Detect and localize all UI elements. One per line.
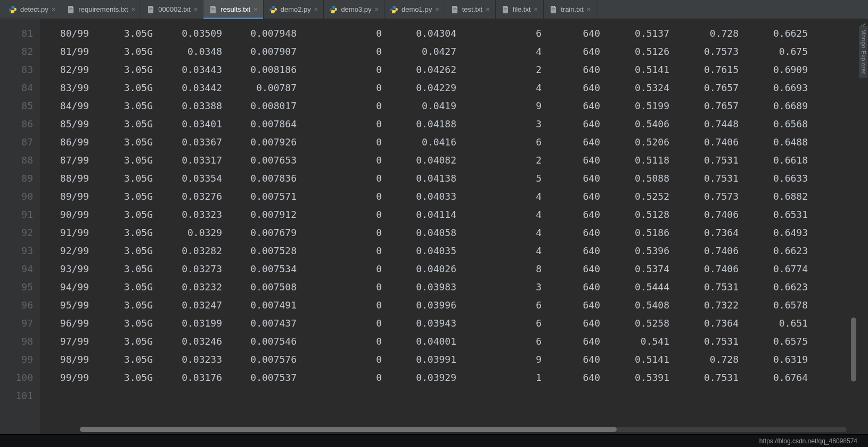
close-icon[interactable]: × — [587, 6, 591, 13]
close-icon[interactable]: × — [52, 6, 56, 13]
cell: 3.05G — [99, 188, 162, 206]
cell: 0.7406 — [679, 133, 748, 151]
horizontal-scrollbar[interactable] — [80, 427, 847, 432]
cell: 0.04035 — [391, 242, 466, 260]
cell: 3.05G — [99, 351, 162, 369]
cell: 0.5186 — [610, 224, 679, 242]
cell: 0.04188 — [391, 115, 466, 133]
tab-results-txt[interactable]: results.txt× — [203, 0, 263, 19]
close-icon[interactable]: × — [194, 6, 198, 13]
close-icon[interactable]: × — [253, 6, 258, 13]
svg-rect-9 — [453, 9, 456, 9]
cell: 3 — [466, 115, 551, 133]
cell: 6 — [466, 133, 551, 151]
line-number: 101 — [0, 387, 33, 405]
python-file-icon — [9, 5, 17, 14]
cell: 0.007534 — [232, 260, 306, 278]
text-row: 92/993.05G0.032820.00752800.0403546400.5… — [40, 242, 868, 260]
cell: 81/99 — [40, 43, 99, 61]
cell: 90/99 — [40, 206, 99, 224]
line-number: 92 — [0, 224, 33, 242]
tab-label: requirements.txt — [78, 5, 128, 13]
cell: 0.03388 — [162, 97, 232, 115]
status-bar: https://blog.csdn.net/qq_46098574 — [0, 434, 868, 447]
close-icon[interactable]: × — [486, 6, 490, 13]
cell: 0.6623 — [748, 242, 817, 260]
svg-rect-7 — [211, 10, 215, 10]
cell: 3.05G — [99, 169, 162, 188]
cell: 0.7448 — [679, 115, 748, 133]
cell: 0.7364 — [679, 314, 748, 332]
cell: 0.03317 — [162, 151, 232, 169]
cell: 0.03247 — [162, 296, 232, 314]
cell: 3.05G — [99, 79, 162, 97]
cell: 0.541 — [610, 332, 679, 351]
cell: 0.5137 — [610, 25, 679, 43]
cell: 0.651 — [748, 314, 817, 332]
line-number: 97 — [0, 314, 33, 332]
cell: 0.008017 — [232, 97, 306, 115]
cell: 0.5258 — [610, 314, 679, 332]
close-icon[interactable]: × — [534, 6, 538, 13]
tab-label: detect.py — [20, 5, 48, 13]
close-icon[interactable]: × — [374, 6, 379, 13]
cell: 640 — [551, 314, 610, 332]
cell: 0.03367 — [162, 133, 232, 151]
cell: 4 — [466, 242, 551, 260]
text-row: 83/993.05G0.034420.0078700.0422946400.53… — [40, 79, 868, 97]
cell: 0.0419 — [391, 97, 466, 115]
tab-demo3-py[interactable]: demo3.py× — [324, 0, 384, 19]
svg-rect-2 — [69, 11, 71, 11]
cell: 3.05G — [99, 278, 162, 296]
tab-demo1-py[interactable]: demo1.py× — [384, 0, 445, 19]
text-file-icon — [549, 5, 558, 14]
cell: 0 — [306, 169, 391, 188]
cell: 3.05G — [99, 115, 162, 133]
text-content[interactable]: 80/993.05G0.035090.00794800.0430466400.5… — [40, 19, 868, 434]
line-number: 83 — [0, 61, 33, 79]
svg-rect-11 — [453, 11, 455, 11]
line-number: 93 — [0, 242, 33, 260]
cell: 0 — [306, 115, 391, 133]
tab-demo2-py[interactable]: demo2.py× — [264, 0, 324, 19]
tab-requirements-txt[interactable]: requirements.txt× — [61, 0, 141, 19]
cell: 0.6623 — [748, 278, 817, 296]
line-number: 84 — [0, 79, 33, 97]
tab-test-txt[interactable]: test.txt× — [445, 0, 496, 19]
cell: 0.04114 — [391, 206, 466, 224]
text-row — [40, 387, 868, 405]
cell: 0.5118 — [610, 151, 679, 169]
cell: 0.6568 — [748, 115, 817, 133]
cell: 640 — [551, 151, 610, 169]
tab-000002-txt[interactable]: 000002.txt× — [141, 0, 203, 19]
cell: 0.007571 — [232, 188, 306, 206]
cell: 0.007528 — [232, 242, 306, 260]
svg-rect-14 — [504, 11, 506, 11]
tab-detect-py[interactable]: detect.py× — [3, 0, 61, 19]
cell: 0.6531 — [748, 206, 817, 224]
cell: 0.5396 — [610, 242, 679, 260]
side-tool-mongo-explorer[interactable]: Mongo Explorer — [858, 26, 868, 78]
tab-label: demo2.py — [281, 5, 311, 13]
cell: 640 — [551, 296, 610, 314]
cell: 89/99 — [40, 188, 99, 206]
vertical-scrollbar[interactable] — [851, 318, 856, 381]
cell: 98/99 — [40, 351, 99, 369]
tab-train-txt[interactable]: train.txt× — [544, 0, 596, 19]
text-file-icon — [67, 5, 75, 14]
cell: 0.7657 — [679, 79, 748, 97]
close-icon[interactable]: × — [132, 6, 136, 13]
text-file-icon — [209, 5, 217, 14]
line-number: 89 — [0, 169, 33, 188]
text-row: 95/993.05G0.032470.00749100.0399666400.5… — [40, 296, 868, 314]
close-icon[interactable]: × — [435, 6, 439, 13]
cell: 9 — [466, 97, 551, 115]
line-number: 99 — [0, 351, 33, 369]
cell: 0.5141 — [610, 351, 679, 369]
close-icon[interactable]: × — [314, 6, 318, 13]
cell: 0.0348 — [162, 43, 232, 61]
tab-label: file.txt — [513, 5, 531, 13]
cell: 83/99 — [40, 79, 99, 97]
cell: 0.04229 — [391, 79, 466, 97]
tab-file-txt[interactable]: file.txt× — [496, 0, 544, 19]
